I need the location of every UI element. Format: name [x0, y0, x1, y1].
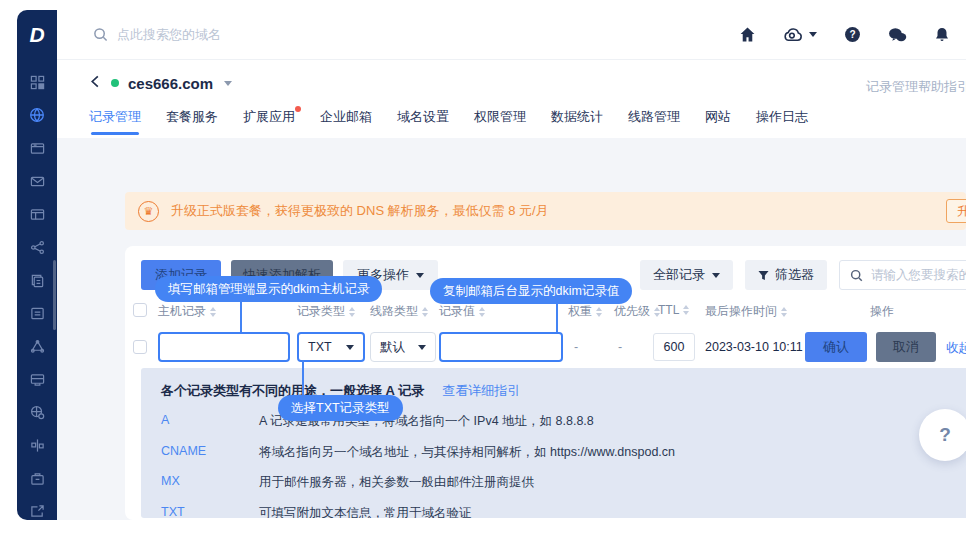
- tooltip-connector: [240, 300, 242, 332]
- record-filters: 全部记录 筛选器 请输入您要搜索的记录: [640, 260, 966, 290]
- line-caret-icon: [418, 345, 426, 350]
- id-card-icon[interactable]: [29, 371, 45, 387]
- record-search-placeholder: 请输入您要搜索的记录: [871, 267, 966, 284]
- all-records-dropdown[interactable]: 全部记录: [640, 260, 733, 290]
- domain-search-placeholder: 点此搜索您的域名: [117, 26, 221, 44]
- record-type-select[interactable]: TXT: [297, 332, 365, 362]
- dashboard-grid-icon[interactable]: [29, 74, 45, 90]
- sort-icon[interactable]: [781, 307, 787, 317]
- sidebar-scrollbar[interactable]: [53, 260, 56, 330]
- browser-window-icon[interactable]: [29, 140, 45, 156]
- collapse-link[interactable]: 收起: [946, 340, 966, 357]
- ttl-input[interactable]: [653, 333, 695, 361]
- host-record-input[interactable]: [158, 332, 290, 362]
- domain-status-dot: [111, 79, 119, 87]
- crown-icon: ♛: [138, 201, 159, 222]
- layout-panel-icon[interactable]: [29, 206, 45, 222]
- search-icon: [850, 269, 863, 282]
- new-badge-dot: [295, 106, 301, 112]
- cancel-button[interactable]: 取消: [876, 332, 936, 362]
- console-cloud-icon[interactable]: [783, 27, 817, 42]
- line-type-select[interactable]: 默认: [370, 332, 436, 362]
- recycle-triangle-icon[interactable]: [29, 338, 45, 354]
- priority-value: -: [618, 340, 622, 354]
- globe-dns-icon[interactable]: [29, 107, 45, 123]
- confirm-button[interactable]: 确认: [805, 332, 867, 362]
- list-item: CNAME将域名指向另一个域名地址，与其保持相同解析，如 https://www…: [161, 444, 966, 461]
- sort-icon[interactable]: [683, 305, 689, 315]
- sort-icon[interactable]: [479, 307, 485, 317]
- list-item: TXT可填写附加文本信息，常用于域名验证: [161, 505, 966, 519]
- home-icon[interactable]: [739, 26, 756, 43]
- domain-bar: ces666.com 记录管理帮助指引解析有问题 记录管理 套餐服务 扩展应用 …: [57, 60, 966, 138]
- record-type-help-panel: 各个记录类型有不同的用途，一般选择 A 记录查看详细指引 AA 记录是最常用类型…: [141, 368, 966, 518]
- doc-list-icon[interactable]: [29, 305, 45, 321]
- record-type-list: AA 记录是最常用类型，将域名指向一个 IPv4 地址，如 8.8.8.8 CN…: [161, 413, 966, 518]
- more-caret-icon: [416, 273, 424, 278]
- tab-extensions[interactable]: 扩展应用: [243, 108, 295, 135]
- record-edit-row: TXT 默认 - - 2023-03-10 10:11 确认 取消 收起切换: [125, 332, 966, 366]
- wechat-icon[interactable]: [888, 27, 907, 43]
- domain-search-input[interactable]: 点此搜索您的域名: [57, 26, 739, 44]
- tab-domain-settings[interactable]: 域名设置: [397, 108, 449, 135]
- tab-bar: 记录管理 套餐服务 扩展应用 企业邮箱 域名设置 权限管理 数据统计 线路管理 …: [89, 108, 808, 135]
- help-guide-link[interactable]: 记录管理帮助指引: [866, 79, 966, 94]
- window-export-icon[interactable]: [29, 503, 45, 519]
- sort-icon[interactable]: [210, 307, 216, 317]
- row-checkbox[interactable]: [133, 340, 147, 354]
- all-records-caret-icon: [712, 273, 720, 278]
- tooltip-connector: [556, 302, 558, 332]
- main-area: ces666.com 记录管理帮助指引解析有问题 记录管理 套餐服务 扩展应用 …: [57, 60, 966, 520]
- cloud-caret-icon: [809, 32, 817, 37]
- records-card: 添加记录 快速添加解析 更多操作 全部记录 筛选器 请输入您要搜索的记录 主机记…: [125, 246, 966, 520]
- tooltip-connector: [302, 360, 304, 398]
- type-caret-icon: [346, 345, 354, 350]
- sort-icon[interactable]: [349, 307, 355, 317]
- tab-line-manage[interactable]: 线路管理: [628, 108, 680, 135]
- domain-name[interactable]: ces666.com: [128, 75, 213, 92]
- plug-icon[interactable]: [29, 437, 45, 453]
- last-operated-time: 2023-03-10 10:11: [705, 340, 803, 354]
- back-chevron-icon[interactable]: [89, 74, 102, 92]
- mail-icon[interactable]: [29, 173, 45, 189]
- upgrade-plan-button[interactable]: 升级套餐: [946, 199, 966, 223]
- upgrade-banner-text: 升级正式版套餐，获得更极致的 DNS 解析服务，最低仅需 8 元/月: [171, 202, 549, 220]
- list-item: MX用于邮件服务器，相关参数一般由邮件注册商提供: [161, 474, 966, 491]
- sort-icon[interactable]: [596, 307, 602, 317]
- domain-links: 记录管理帮助指引解析有问题: [866, 78, 966, 96]
- tab-website[interactable]: 网站: [705, 108, 731, 135]
- help-circle-icon[interactable]: ?: [844, 26, 861, 43]
- tab-plan-service[interactable]: 套餐服务: [166, 108, 218, 135]
- select-all-checkbox[interactable]: [133, 303, 147, 317]
- copy-docs-icon[interactable]: [29, 272, 45, 288]
- dnspod-logo[interactable]: D: [17, 10, 57, 60]
- sort-icon[interactable]: [422, 307, 428, 317]
- topbar: 点此搜索您的域名 ?: [57, 10, 966, 60]
- globe-gear-icon[interactable]: [29, 404, 45, 420]
- tab-record-manage[interactable]: 记录管理: [89, 108, 141, 135]
- filter-button[interactable]: 筛选器: [745, 260, 827, 290]
- help-fab-button[interactable]: ?: [919, 409, 966, 461]
- share-nodes-icon[interactable]: [29, 239, 45, 255]
- record-value-tooltip: 复制邮箱后台显示的dkim记录值: [430, 278, 632, 304]
- topbar-icons: ?: [739, 26, 966, 43]
- domain-caret-icon[interactable]: [224, 81, 232, 86]
- app-window: D 点此搜索您的域名 ?: [17, 10, 966, 520]
- detail-guide-link[interactable]: 查看详细指引: [442, 382, 520, 400]
- tab-statistics[interactable]: 数据统计: [551, 108, 603, 135]
- tab-operation-log[interactable]: 操作日志: [756, 108, 808, 135]
- bell-icon[interactable]: [934, 26, 950, 43]
- upgrade-banner: ♛ 升级正式版套餐，获得更极致的 DNS 解析服务，最低仅需 8 元/月 升级套…: [125, 192, 966, 230]
- sidebar-nav: [17, 60, 57, 520]
- weight-value: -: [574, 340, 578, 354]
- record-type-tooltip: 选择TXT记录类型: [278, 395, 403, 421]
- funnel-icon: [758, 270, 769, 281]
- tab-enterprise-mail[interactable]: 企业邮箱: [320, 108, 372, 135]
- record-search-input[interactable]: 请输入您要搜索的记录: [839, 260, 966, 290]
- record-value-input[interactable]: [439, 332, 563, 362]
- sidebar: D: [17, 10, 57, 520]
- svg-text:?: ?: [849, 29, 855, 40]
- host-record-tooltip: 填写邮箱管理端显示的dkim主机记录: [155, 276, 382, 302]
- tab-permissions[interactable]: 权限管理: [474, 108, 526, 135]
- briefcase-icon[interactable]: [29, 470, 45, 486]
